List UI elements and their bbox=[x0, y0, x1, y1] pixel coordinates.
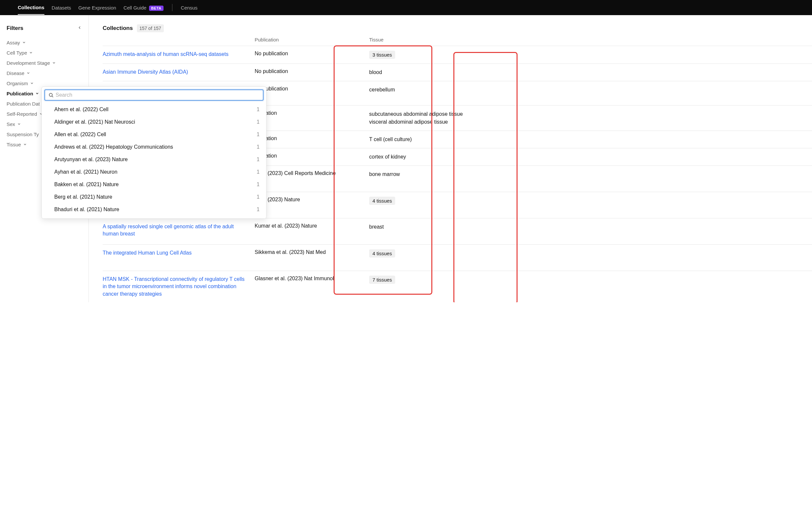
filter-option[interactable]: Bhaduri et al. (2021) Nature1 bbox=[45, 203, 264, 216]
publication-text: Glasner et al. (2023) Nat Immunol bbox=[255, 276, 334, 281]
option-label: Andrews et al. (2022) Hepatology Communi… bbox=[54, 144, 173, 150]
table-row: A spatially resolved single cell genomic… bbox=[103, 218, 812, 244]
publication-text: Sikkema et al. (2023) Nat Med bbox=[255, 249, 326, 255]
option-count: 1 bbox=[257, 169, 262, 175]
top-nav: Collections Datasets Gene Expression Cel… bbox=[0, 0, 812, 15]
tissue-text: subcutaneous abdominal adipose tissue bbox=[369, 110, 812, 118]
option-count: 1 bbox=[257, 182, 262, 187]
option-count: 1 bbox=[257, 194, 262, 200]
option-label: Bhaduri et al. (2021) Nature bbox=[54, 207, 119, 212]
filter-development-stage[interactable]: Development Stage bbox=[7, 58, 82, 68]
option-label: Ayhan et al. (2021) Neuron bbox=[54, 169, 117, 175]
filter-label: Sex bbox=[7, 121, 15, 127]
nav-cell-guide-label: Cell Guide bbox=[123, 5, 146, 10]
chevron-down-icon bbox=[30, 81, 34, 86]
option-label: Allen et al. (2022) Cell bbox=[54, 131, 106, 138]
filter-option[interactable]: Ahern et al. (2022) Cell1 bbox=[45, 103, 264, 116]
nav-census[interactable]: Census bbox=[181, 1, 198, 14]
filter-label: Assay bbox=[7, 40, 20, 45]
chevron-down-icon bbox=[17, 121, 21, 127]
col-header-tissue: Tissue bbox=[369, 37, 812, 42]
option-label: Ahern et al. (2022) Cell bbox=[54, 106, 109, 113]
beta-badge: BETA bbox=[149, 6, 163, 11]
collapse-sidebar-icon[interactable] bbox=[77, 25, 82, 31]
filter-assay[interactable]: Assay bbox=[7, 37, 82, 48]
filter-option[interactable]: Andrews et al. (2022) Hepatology Communi… bbox=[45, 141, 264, 153]
nav-divider bbox=[172, 4, 172, 11]
collection-link[interactable]: Azimuth meta-analysis of human scRNA-seq… bbox=[103, 51, 228, 57]
tissue-chip[interactable]: 7 tissues bbox=[369, 276, 395, 284]
filter-search-input[interactable] bbox=[56, 92, 260, 98]
table-row: Azimuth meta-analysis of human scRNA-seq… bbox=[103, 46, 812, 63]
publication-text: No publication bbox=[255, 51, 288, 56]
collections-count: 157 of 157 bbox=[137, 24, 164, 32]
filter-label: Disease bbox=[7, 70, 24, 76]
nav-collections[interactable]: Collections bbox=[18, 1, 45, 15]
nav-gene-expression[interactable]: Gene Expression bbox=[78, 1, 116, 14]
filter-label: Cell Type bbox=[7, 50, 27, 56]
filter-label: Organism bbox=[7, 81, 28, 86]
search-icon bbox=[48, 92, 54, 98]
collection-link[interactable]: A spatially resolved single cell genomic… bbox=[103, 224, 234, 237]
filter-option-list[interactable]: Ahern et al. (2022) Cell1Aldinger et al.… bbox=[45, 103, 264, 216]
option-count: 1 bbox=[257, 106, 262, 113]
option-count: 1 bbox=[257, 157, 262, 162]
tissue-chip[interactable]: 4 tissues bbox=[369, 249, 395, 257]
sidebar-header: Filters bbox=[7, 25, 82, 32]
filter-cell-type[interactable]: Cell Type bbox=[7, 48, 82, 58]
chevron-down-icon bbox=[29, 50, 33, 56]
col-header-publication: Publication bbox=[255, 37, 369, 42]
tissue-text: cerebellum bbox=[369, 87, 395, 92]
collection-link[interactable]: HTAN MSK - Transcriptional connectivity … bbox=[103, 276, 244, 297]
filter-option[interactable]: Arutyunyan et al. (2023) Nature1 bbox=[45, 153, 264, 166]
publication-filter-popover: Ahern et al. (2022) Cell1Aldinger et al.… bbox=[41, 87, 266, 219]
table-row: Asian Immune Diversity Atlas (AIDA)No pu… bbox=[103, 63, 812, 81]
option-count: 1 bbox=[257, 119, 262, 125]
filter-option[interactable]: Berg et al. (2021) Nature1 bbox=[45, 191, 264, 203]
filter-label: Publication bbox=[7, 91, 33, 96]
tissue-text: blood bbox=[369, 69, 382, 75]
chevron-down-icon bbox=[26, 70, 30, 76]
option-label: Arutyunyan et al. (2023) Nature bbox=[54, 157, 128, 162]
tissue-chip[interactable]: 3 tissues bbox=[369, 51, 395, 59]
filter-search-wrap[interactable] bbox=[45, 89, 264, 101]
filter-option[interactable]: Ayhan et al. (2021) Neuron1 bbox=[45, 166, 264, 178]
chevron-down-icon bbox=[52, 60, 56, 66]
option-label: Berg et al. (2021) Nature bbox=[54, 194, 112, 200]
filter-label: Development Stage bbox=[7, 60, 50, 66]
chevron-down-icon bbox=[22, 40, 26, 45]
svg-line-1 bbox=[52, 96, 53, 97]
collections-title: Collections bbox=[103, 25, 133, 32]
table-row: HTAN MSK - Transcriptional connectivity … bbox=[103, 271, 812, 302]
option-count: 1 bbox=[257, 131, 262, 138]
publication-text: et al. (2023) Cell Reports Medicine bbox=[255, 171, 336, 176]
collection-link[interactable]: The integrated Human Lung Cell Atlas bbox=[103, 250, 192, 255]
filter-option[interactable]: Bakken et al. (2021) Nature1 bbox=[45, 178, 264, 191]
tissue-chip[interactable]: 4 tissues bbox=[369, 197, 395, 205]
tissue-text: breast bbox=[369, 224, 384, 230]
filter-label: Tissue bbox=[7, 142, 21, 147]
publication-text: Kumar et al. (2023) Nature bbox=[255, 223, 317, 228]
filter-label: Publication Dat bbox=[7, 101, 40, 106]
tissue-text: bone marrow bbox=[369, 171, 400, 177]
option-count: 1 bbox=[257, 144, 262, 150]
filter-label: Suspension Ty bbox=[7, 131, 39, 137]
option-label: Bakken et al. (2021) Nature bbox=[54, 182, 119, 187]
table-header: Collections Publication Tissue bbox=[103, 37, 812, 46]
filters-title: Filters bbox=[7, 25, 23, 32]
nav-datasets[interactable]: Datasets bbox=[52, 1, 71, 14]
option-label: Aldinger et al. (2021) Nat Neurosci bbox=[54, 119, 135, 125]
option-count: 1 bbox=[257, 207, 262, 212]
tissue-text: cortex of kidney bbox=[369, 154, 406, 159]
chevron-down-icon bbox=[23, 142, 27, 147]
tissue-text: T cell (cell culture) bbox=[369, 136, 412, 142]
filter-disease[interactable]: Disease bbox=[7, 68, 82, 78]
filter-option[interactable]: Allen et al. (2022) Cell1 bbox=[45, 128, 264, 141]
nav-cell-guide[interactable]: Cell Guide BETA bbox=[123, 1, 163, 14]
tissue-text: visceral abdominal adipose tissue bbox=[369, 118, 812, 126]
collection-link[interactable]: Asian Immune Diversity Atlas (AIDA) bbox=[103, 69, 188, 75]
filter-option[interactable]: Aldinger et al. (2021) Nat Neurosci1 bbox=[45, 116, 264, 128]
table-row: The integrated Human Lung Cell AtlasSikk… bbox=[103, 244, 812, 271]
publication-text: No publication bbox=[255, 68, 288, 74]
filter-label: Self-Reported bbox=[7, 111, 37, 117]
